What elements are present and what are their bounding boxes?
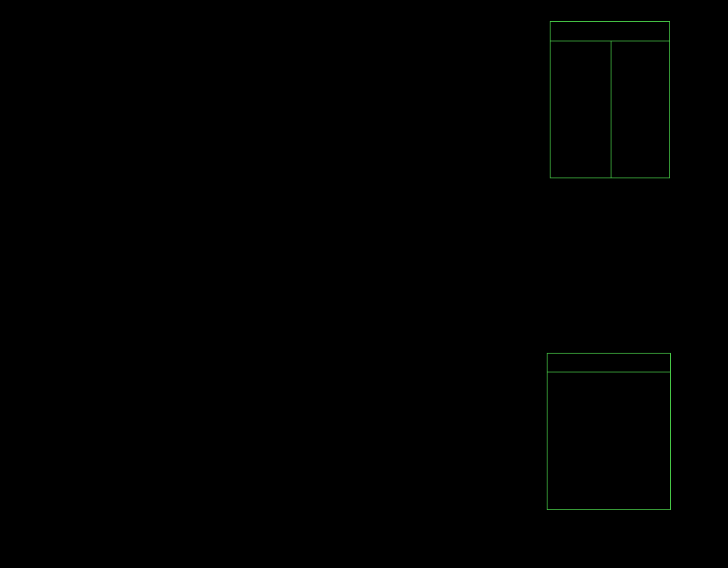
autoscala-app-window: [0, 0, 728, 568]
autoscala-output-table: [550, 21, 670, 178]
tec-top-row: [547, 516, 671, 526]
autoscala-column-divider: [611, 41, 611, 178]
aip-table-header: [548, 354, 670, 372]
tec-bottom-row: [547, 506, 671, 515]
aip-output-table: [547, 353, 671, 510]
autoscala-table-header: [551, 22, 669, 41]
